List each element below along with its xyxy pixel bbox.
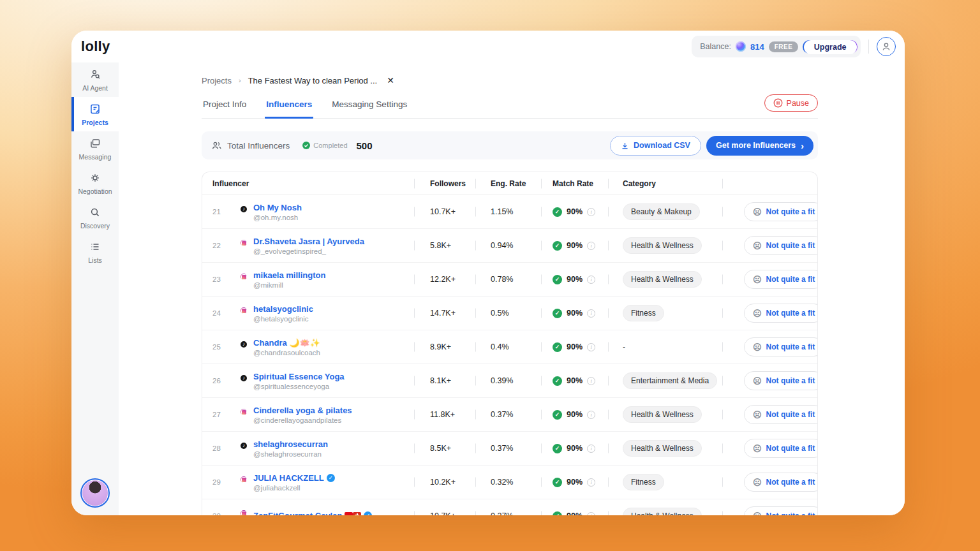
eng-rate-cell: 0.37%: [475, 398, 541, 431]
not-fit-button[interactable]: ☹ Not quite a fit: [744, 506, 818, 515]
turkey-flag-icon: [345, 512, 353, 515]
info-icon[interactable]: i: [587, 242, 595, 250]
table-row: 23 mikaela millington @mikmill 12.2K+ 0.…: [202, 263, 817, 297]
info-icon[interactable]: i: [587, 208, 595, 216]
download-csv-button[interactable]: Download CSV: [610, 136, 701, 156]
info-icon[interactable]: i: [587, 478, 595, 487]
sidebar-item-projects[interactable]: Projects: [71, 97, 119, 131]
sidebar-item-discovery[interactable]: Discovery: [71, 200, 119, 235]
match-rate-cell: ✓ 90% i: [541, 330, 608, 364]
info-icon[interactable]: i: [587, 276, 595, 284]
people-icon: [211, 140, 222, 151]
close-icon[interactable]: ✕: [387, 75, 394, 85]
match-check-icon: ✓: [553, 478, 562, 487]
pause-button[interactable]: Pause: [764, 94, 818, 112]
influencer-name-link[interactable]: ZenFitGourmet Ceylan: [253, 511, 342, 516]
row-number: 23: [212, 276, 225, 283]
info-icon[interactable]: i: [587, 512, 595, 516]
row-number: 30: [212, 512, 225, 515]
actions-cell: ☹ Not quite a fit: [722, 195, 818, 228]
influencer-name-link[interactable]: JULIA HACKZELL: [253, 473, 324, 483]
info-icon[interactable]: i: [587, 377, 595, 385]
balance-label: Balance:: [700, 42, 731, 51]
influencer-handle: @juliahackzell: [253, 484, 335, 492]
category-badge: -: [623, 342, 625, 351]
influencer-cell: 22 Dr.Shaveta Jasra | Ayurveda @_evolveg…: [202, 229, 414, 262]
not-fit-button[interactable]: ☹ Not quite a fit: [744, 371, 818, 390]
influencer-handle: @oh.my.nosh: [253, 214, 302, 221]
info-icon[interactable]: i: [587, 444, 595, 453]
user-menu-button[interactable]: [877, 37, 896, 56]
category-cell: Health & Wellness: [608, 499, 722, 515]
actions-cell: ☹ Not quite a fit: [722, 330, 818, 364]
platform-badge: [239, 408, 248, 416]
breadcrumb-project-title: The Fastest Way to clean Period ...: [248, 76, 378, 85]
not-fit-button[interactable]: ☹ Not quite a fit: [744, 202, 818, 221]
get-more-influencers-button[interactable]: Get more Influencers ›: [706, 136, 813, 156]
eng-rate-cell: 0.37%: [475, 432, 541, 465]
table-row: 22 Dr.Shaveta Jasra | Ayurveda @_evolveg…: [202, 229, 817, 263]
sidebar-item-lists[interactable]: Lists: [71, 235, 119, 269]
table-row: 29 JULIA HACKZELL ✓ @juliahackzell 10.2K…: [202, 466, 817, 499]
sidebar-profile-avatar[interactable]: [80, 478, 110, 508]
not-fit-button[interactable]: ☹ Not quite a fit: [744, 473, 818, 492]
influencer-table: Influencer Followers Eng. Rate Match Rat…: [202, 172, 818, 515]
influencer-name-link[interactable]: Chandra 🌙🪷✨: [253, 338, 320, 348]
match-rate-cell: ✓ 90% i: [541, 398, 608, 431]
influencer-cell: 26 Spiritual Essence Yoga @spiritualesse…: [202, 364, 414, 397]
match-check-icon: ✓: [553, 342, 562, 352]
influencer-name-link[interactable]: Oh My Nosh: [253, 203, 302, 212]
negotiation-icon: [89, 172, 101, 184]
download-csv-label: Download CSV: [634, 141, 690, 150]
platform-badge: [239, 509, 248, 515]
not-fit-button[interactable]: ☹ Not quite a fit: [744, 439, 818, 458]
breadcrumb-projects-link[interactable]: Projects: [202, 76, 232, 85]
row-number: 21: [212, 208, 225, 216]
influencer-name-link[interactable]: shelaghrosecurran: [253, 439, 328, 449]
not-fit-label: Not quite a fit: [766, 342, 815, 351]
not-fit-button[interactable]: ☹ Not quite a fit: [744, 304, 818, 323]
eng-rate-cell: 0.32%: [475, 466, 541, 499]
tab-influencers[interactable]: Influencers: [265, 99, 313, 119]
sidebar-item-negotiation[interactable]: Negotiation: [71, 166, 119, 200]
match-rate-cell: ✓ 90% i: [541, 195, 608, 228]
tab-project-info[interactable]: Project Info: [202, 99, 248, 119]
influencer-name-link[interactable]: hetalsyogclinic: [253, 304, 313, 314]
row-number: 26: [212, 377, 225, 385]
table-body: 21 Oh My Nosh @oh.my.nosh 10.7K+ 1.15% ✓…: [202, 195, 817, 515]
eng-rate-cell: 0.78%: [475, 263, 541, 296]
discovery-icon: [89, 206, 101, 219]
info-icon[interactable]: i: [587, 343, 595, 351]
influencer-name-link[interactable]: Cinderella yoga & pilates: [253, 406, 352, 415]
platform-badge: [239, 272, 248, 281]
eng-rate-cell: 0.94%: [475, 229, 541, 262]
chevron-right-icon: ›: [801, 141, 804, 151]
tab-bar: Project Info Influencers Messaging Setti…: [202, 99, 818, 119]
info-icon[interactable]: i: [587, 411, 595, 419]
sad-face-icon: ☹: [753, 478, 762, 487]
not-fit-button[interactable]: ☹ Not quite a fit: [744, 236, 818, 255]
sidebar-item-ai-agent[interactable]: AI Agent: [71, 62, 119, 97]
sidebar-item-label: Messaging: [79, 153, 112, 161]
tab-messaging-settings[interactable]: Messaging Settings: [330, 99, 408, 119]
info-icon[interactable]: i: [587, 309, 595, 318]
match-rate-cell: ✓ 90% i: [541, 499, 608, 515]
sad-face-icon: ☹: [753, 343, 762, 351]
followers-cell: 8.1K+: [414, 364, 475, 397]
followers-cell: 14.7K+: [414, 297, 475, 330]
influencer-name-link[interactable]: Spiritual Essence Yoga: [253, 372, 345, 381]
influencer-name-link[interactable]: Dr.Shaveta Jasra | Ayurveda: [253, 237, 364, 246]
influencer-cell: 28 shelaghrosecurran @shelaghrosecurran: [202, 432, 414, 465]
match-check-icon: ✓: [553, 410, 562, 420]
not-fit-button[interactable]: ☹ Not quite a fit: [744, 270, 818, 289]
match-rate-cell: ✓ 90% i: [541, 364, 608, 397]
sidebar-item-messaging[interactable]: Messaging: [71, 131, 119, 166]
match-check-icon: ✓: [553, 207, 562, 217]
coin-icon: [736, 41, 746, 52]
upgrade-button[interactable]: Upgrade: [803, 40, 858, 54]
influencer-name-link[interactable]: mikaela millington: [253, 270, 325, 280]
match-check-icon: ✓: [553, 511, 562, 516]
not-fit-button[interactable]: ☹ Not quite a fit: [744, 337, 818, 356]
sidebar: AI Agent Projects Messaging Negotiat: [71, 62, 119, 515]
not-fit-button[interactable]: ☹ Not quite a fit: [744, 405, 818, 424]
